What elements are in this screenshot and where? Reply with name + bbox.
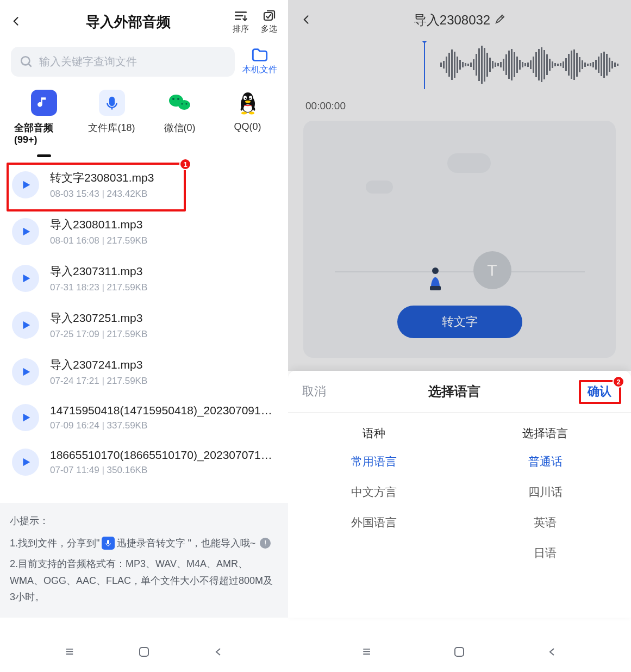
picker-item[interactable]: 常用语言	[351, 446, 397, 477]
file-name: 18665510170(18665510170)_202307071149000…	[50, 449, 276, 462]
picker-item[interactable]: 外国语言	[351, 507, 397, 538]
tab-lib[interactable]: 文件库(18)	[78, 90, 146, 157]
annotation-badge: 2	[613, 376, 624, 388]
picker-item[interactable]: 普通话	[528, 446, 563, 477]
waveform	[440, 46, 620, 84]
tab-sys[interactable]: 系统	[282, 90, 288, 157]
annotation-badge: 1	[179, 158, 191, 170]
nav-back-icon[interactable]	[548, 643, 557, 660]
waveform-area[interactable]	[288, 40, 631, 95]
transcript-card: T 转文字	[303, 121, 616, 358]
local-file-button[interactable]: 本机文件	[242, 48, 277, 76]
file-list: 转文字2308031.mp308-03 15:43 | 243.42KB1导入2…	[0, 157, 288, 486]
svg-point-8	[185, 103, 187, 104]
page-title: 导入外部音频	[24, 13, 233, 32]
svg-point-18	[249, 112, 254, 115]
svg-point-11	[243, 96, 247, 100]
back-button[interactable]	[301, 11, 314, 29]
play-icon[interactable]	[12, 312, 39, 339]
svg-point-17	[241, 112, 247, 115]
picker-item[interactable]: 中文方言	[351, 477, 397, 507]
tips-heading: 小提示：	[10, 513, 278, 530]
sheet-confirm-button[interactable]: 确认	[582, 381, 617, 401]
folder-icon	[252, 48, 268, 62]
android-navbar: ≡	[288, 643, 631, 660]
recording-title: 导入2308032	[414, 11, 490, 29]
file-meta: 07-25 17:09 | 217.59KB	[50, 329, 276, 340]
nav-home-icon[interactable]	[139, 647, 149, 657]
file-name: 导入2307241.mp3	[50, 357, 276, 372]
tab-all[interactable]: 全部音频(99+)	[10, 90, 78, 157]
file-row[interactable]: 14715950418(14715950418)_202307091624000…	[10, 396, 278, 441]
person-icon	[424, 265, 446, 293]
convert-button[interactable]: 转文字	[397, 306, 522, 338]
search-placeholder: 输入关键字查询文件	[39, 54, 137, 69]
svg-point-6	[177, 98, 179, 100]
file-meta: 08-03 15:43 | 243.42KB	[50, 189, 276, 200]
sort-button[interactable]: 排序	[233, 10, 249, 34]
file-row[interactable]: 导入2307251.mp307-25 17:09 | 217.59KB	[10, 303, 278, 350]
picker-item[interactable]: 日语	[534, 538, 557, 568]
app-icon	[102, 537, 115, 550]
sheet-cancel-button[interactable]: 取消	[302, 383, 326, 400]
cloud-icon	[447, 153, 491, 173]
file-row[interactable]: 转文字2308031.mp308-03 15:43 | 243.42KB1	[10, 163, 278, 209]
file-meta: 07-07 11:49 | 350.16KB	[50, 465, 276, 476]
tab-label: 文件库(18)	[88, 121, 135, 134]
file-meta: 08-01 16:08 | 217.59KB	[50, 235, 276, 246]
play-icon[interactable]	[12, 449, 39, 476]
nav-recent-icon[interactable]: ≡	[363, 643, 371, 660]
svg-point-12	[249, 96, 252, 100]
play-icon[interactable]	[12, 171, 39, 198]
svg-point-20	[432, 267, 439, 274]
mic-icon: T	[473, 251, 511, 289]
search-input[interactable]: 输入关键字查询文件	[11, 47, 235, 77]
file-row[interactable]: 导入2307241.mp307-24 17:21 | 217.59KB	[10, 350, 278, 396]
multiselect-icon	[262, 10, 276, 22]
svg-point-15	[245, 101, 251, 103]
file-meta: 07-09 16:24 | 337.59KB	[50, 420, 276, 431]
file-meta: 07-24 17:21 | 217.59KB	[50, 376, 276, 387]
language-category-col: 语种 常用语言中文方言外国语言	[288, 417, 460, 568]
tab-label: 微信(0)	[164, 121, 196, 134]
multiselect-button[interactable]: 多选	[261, 10, 277, 34]
info-icon[interactable]: !	[260, 538, 271, 549]
svg-point-13	[245, 98, 246, 99]
playhead[interactable]	[424, 42, 425, 89]
tab-label: 全部音频(99+)	[14, 121, 73, 146]
language-option-col: 选择语言 普通话四川话英语日语	[460, 417, 632, 568]
play-icon[interactable]	[12, 218, 39, 245]
sort-icon	[234, 10, 248, 22]
source-tabs: 全部音频(99+)文件库(18)微信(0)QQ(0)系统	[0, 82, 288, 157]
left-header: 导入外部音频 排序 多选	[0, 0, 288, 43]
picker-item[interactable]: 英语	[534, 507, 557, 538]
file-name: 导入2307311.mp3	[50, 264, 276, 279]
svg-point-7	[181, 103, 183, 104]
file-name: 导入2307251.mp3	[50, 310, 276, 326]
language-sheet: 取消 选择语言 确认 2 语种 常用语言中文方言外国语言 选择语言 普通话四川话…	[288, 371, 631, 618]
play-icon[interactable]	[12, 404, 39, 431]
svg-point-5	[172, 98, 174, 100]
file-row[interactable]: 18665510170(18665510170)_202307071149000…	[10, 441, 278, 486]
svg-point-4	[178, 100, 190, 110]
right-pane: 导入2308032 00:00:00 T 转文字	[288, 0, 631, 672]
tips-line2: 2.目前支持的音频格式有：MP3、WAV、M4A、AMR、WMA、OGG、AAC…	[10, 556, 278, 606]
svg-rect-0	[264, 13, 272, 20]
play-icon[interactable]	[12, 358, 39, 385]
svg-point-1	[21, 57, 29, 65]
file-row[interactable]: 导入2307311.mp307-31 18:23 | 217.59KB	[10, 256, 278, 303]
edit-title-button[interactable]	[495, 14, 505, 27]
play-icon[interactable]	[12, 265, 39, 292]
file-meta: 07-31 18:23 | 217.59KB	[50, 282, 276, 293]
nav-recent-icon[interactable]: ≡	[65, 643, 73, 660]
file-name: 14715950418(14715950418)_202307091624000…	[50, 404, 276, 417]
tab-wx[interactable]: 微信(0)	[146, 90, 214, 157]
tab-qq[interactable]: QQ(0)	[214, 90, 282, 157]
picker-item[interactable]: 四川话	[528, 477, 563, 507]
android-navbar: ≡	[0, 643, 288, 660]
nav-back-icon[interactable]	[214, 643, 223, 660]
back-button[interactable]	[11, 13, 24, 30]
file-row[interactable]: 导入2308011.mp308-01 16:08 | 217.59KB	[10, 209, 278, 256]
nav-home-icon[interactable]	[454, 647, 464, 657]
search-icon	[20, 55, 34, 69]
